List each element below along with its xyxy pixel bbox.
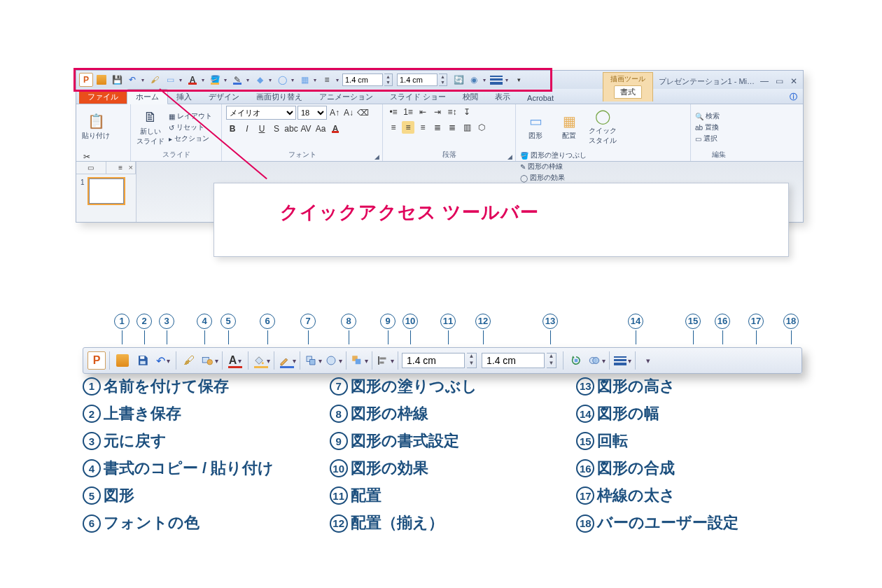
marker-14: 14 [627, 314, 644, 344]
marker-17: 17 [748, 314, 764, 344]
tab-design[interactable]: デザイン [200, 90, 248, 104]
tab-file[interactable]: ファイル [79, 90, 127, 104]
arrange-icon[interactable]: ▦ [298, 73, 312, 87]
save-as-icon[interactable] [94, 73, 108, 87]
select-button[interactable]: ▭ 選択 [695, 134, 720, 144]
maximize-icon[interactable]: ▭ [776, 76, 783, 86]
legend-item-12: 12配置（揃え） [330, 511, 556, 535]
legend-item-11: 11配置 [330, 484, 556, 507]
shadow-icon[interactable]: abc [285, 122, 298, 135]
clear-format-icon[interactable]: ⌫ [356, 106, 369, 119]
tab-slideshow[interactable]: スライド ショー [382, 90, 454, 104]
group-shapes: ▭図形 ▦配置 ◯クイック スタイル 🪣 図形の塗りつぶし ✎ 図形の枠線 ◯ … [516, 104, 691, 161]
strike-icon[interactable]: S [270, 122, 283, 135]
new-slide-button[interactable]: 🗎 新しい スライド [135, 106, 166, 148]
replace-button[interactable]: ab 置換 [695, 122, 720, 132]
thumbnail-panel: ▭ ≡ × 1 [76, 162, 136, 222]
indent-icon[interactable]: ⇥ [431, 106, 444, 118]
align-icon[interactable]: ≡ [320, 73, 334, 87]
format-painter-icon[interactable]: 🖌 [148, 73, 162, 87]
font-name-select[interactable]: メイリオ [226, 106, 296, 120]
app-icon[interactable]: P [79, 73, 93, 87]
marker-5: 5 [220, 314, 237, 344]
slide-thumbnail[interactable] [89, 178, 124, 204]
launcher-icon[interactable]: ◢ [374, 153, 379, 160]
shapes-button[interactable]: ▭図形 [520, 106, 551, 148]
text-direction-icon[interactable]: ↧ [461, 106, 473, 118]
quickstyle-button[interactable]: ◯クイック スタイル [587, 106, 618, 148]
line-weight-icon[interactable] [489, 73, 503, 87]
outdent-icon[interactable]: ⇤ [416, 106, 429, 118]
marker-9: 9 [379, 314, 396, 344]
change-case-icon[interactable]: Aa [314, 122, 327, 135]
legend-item-14: 14図形の幅 [576, 402, 802, 426]
shape-outline-icon[interactable]: ✎ [230, 73, 244, 87]
marker-10: 10 [402, 314, 419, 344]
font-color-small-icon[interactable]: A [329, 122, 342, 135]
customize-qat-icon[interactable]: ▾ [512, 73, 526, 87]
merge-shapes-icon[interactable]: ◉ [467, 73, 481, 87]
group-font: メイリオ 18 A↑ A↓ ⌫ B I U S abc AV Aa A フォント [222, 104, 383, 161]
arrange-button[interactable]: ▦配置 [554, 106, 584, 148]
linespacing-icon[interactable]: ≡↕ [446, 106, 458, 118]
columns-icon[interactable]: ▥ [461, 121, 473, 134]
italic-icon[interactable]: I [241, 122, 253, 135]
find-button[interactable]: 🔍 検索 [695, 111, 720, 121]
close-panel-icon[interactable]: × [129, 163, 133, 172]
marker-8: 8 [340, 314, 357, 344]
undo-icon[interactable]: ↶ [125, 73, 139, 87]
distribute-icon[interactable]: ≣ [446, 121, 458, 134]
group-label-editing: 編集 [695, 149, 743, 161]
group-label-paragraph: 段落◢ [387, 149, 511, 161]
shrink-font-icon[interactable]: A↓ [342, 106, 355, 119]
smartart-icon[interactable]: ⬡ [475, 121, 488, 134]
spacing-icon[interactable]: AV [300, 122, 312, 135]
shape-height-input[interactable] [342, 74, 383, 86]
marker-1: 1 [113, 314, 130, 344]
group-label-slides: スライド [135, 149, 217, 161]
tab-animations[interactable]: アニメーション [311, 90, 382, 104]
save-icon[interactable]: 💾 [110, 73, 124, 87]
ribbon: 📋 貼り付け ✂ ⧉ 🖌 クリップボード◢ 🗎 新しい スライド ▦ レイアウト [76, 104, 803, 162]
rotate-icon[interactable]: 🔄 [451, 73, 465, 87]
shape-width-spinner[interactable]: ▲▼ [439, 74, 447, 86]
font-color-icon[interactable]: A [186, 73, 200, 87]
legend-item-16: 16図形の合成 [576, 456, 802, 480]
marker-16: 16 [714, 314, 731, 344]
justify-icon[interactable]: ≣ [431, 121, 444, 134]
tab-acrobat[interactable]: Acrobat [519, 92, 562, 104]
legend-item-5: 5図形 [83, 484, 309, 507]
format-shape-icon[interactable]: ◆ [253, 73, 267, 87]
shape-fill-icon[interactable]: 🪣 [208, 73, 222, 87]
tab-insert[interactable]: 挿入 [168, 90, 200, 104]
close-icon[interactable]: ✕ [790, 76, 797, 86]
shape-fill-button[interactable]: 🪣 図形の塗りつぶし [520, 150, 587, 160]
tab-review[interactable]: 校閲 [454, 90, 486, 104]
marker-11: 11 [440, 314, 456, 344]
tab-transitions[interactable]: 画面切り替え [248, 90, 311, 104]
launcher-icon[interactable]: ◢ [507, 153, 512, 160]
align-right-icon[interactable]: ≡ [416, 121, 429, 134]
bold-icon[interactable]: B [226, 122, 239, 135]
callout-label: クイックアクセス ツールバー [280, 200, 539, 225]
font-size-select[interactable]: 18 [298, 106, 327, 120]
numbering-icon[interactable]: 1≡ [402, 106, 414, 118]
tab-view[interactable]: 表示 [486, 90, 519, 104]
paste-button[interactable]: 📋 貼り付け [80, 106, 111, 148]
marker-row: 1 2 3 4 5 6 7 8 9 10 11 12 13 14 15 16 1… [83, 314, 802, 347]
section-button[interactable]: ▸ セクション [169, 134, 212, 144]
minimize-icon[interactable]: ― [760, 76, 769, 86]
legend-item-15: 15回転 [576, 429, 802, 453]
grow-font-icon[interactable]: A↑ [328, 106, 341, 119]
bullets-icon[interactable]: •≡ [387, 106, 400, 118]
shape-width-input[interactable] [397, 74, 438, 86]
shape-effects-icon[interactable]: ◯ [275, 73, 289, 87]
shape-height-spinner[interactable]: ▲▼ [384, 74, 393, 86]
align-left-icon[interactable]: ≡ [387, 121, 400, 134]
marker-15: 15 [685, 314, 701, 344]
align-center-icon[interactable]: ≡ [402, 121, 414, 134]
underline-icon[interactable]: U [255, 122, 268, 135]
contextual-tab-drawing[interactable]: 描画ツール 書式 [603, 72, 653, 102]
thumb-tab-slides[interactable]: ▭ [76, 162, 106, 174]
shapes-icon[interactable]: ▭ [163, 73, 177, 87]
